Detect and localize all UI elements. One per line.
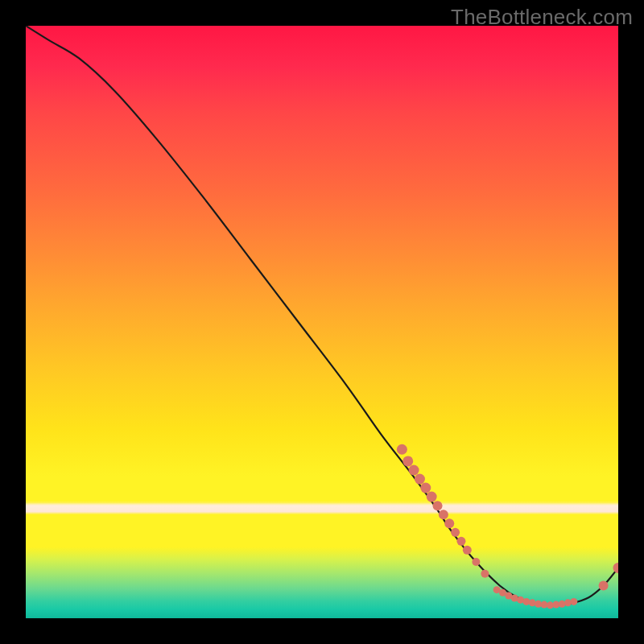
chart-frame: TheBottleneck.com [0, 0, 644, 644]
marker-dot [427, 492, 437, 502]
marker-dot [402, 456, 413, 466]
marker-dot [613, 563, 619, 573]
marker-dot [409, 465, 419, 476]
marker-dot [444, 518, 454, 528]
bottleneck-curve [26, 26, 618, 605]
marker-dot [472, 558, 480, 566]
marker-dot [463, 546, 472, 555]
marker-dot [481, 570, 489, 578]
marker-dot [397, 444, 407, 455]
marker-dot [415, 474, 425, 485]
marker-dot [599, 581, 609, 591]
marker-dot [439, 510, 448, 519]
marker-dot [456, 537, 465, 546]
marker-dot [433, 501, 443, 510]
marker-dot [570, 598, 577, 605]
curve-layer [26, 26, 618, 618]
marker-dot [420, 483, 431, 493]
plot-area [26, 26, 618, 618]
marker-dot [451, 528, 460, 537]
marker-dots [397, 444, 618, 609]
watermark-text: TheBottleneck.com [451, 5, 633, 30]
